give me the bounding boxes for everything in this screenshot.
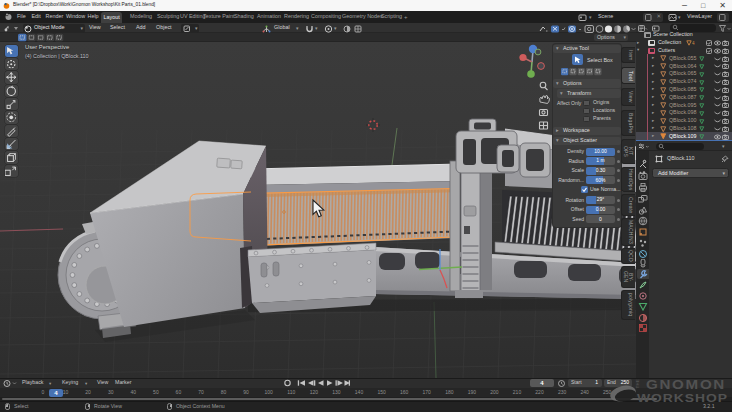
svg-text:WORKSHOP: WORKSHOP <box>637 392 728 404</box>
svg-text:GNOMON: GNOMON <box>646 377 726 392</box>
svg-text:THE: THE <box>635 379 640 388</box>
